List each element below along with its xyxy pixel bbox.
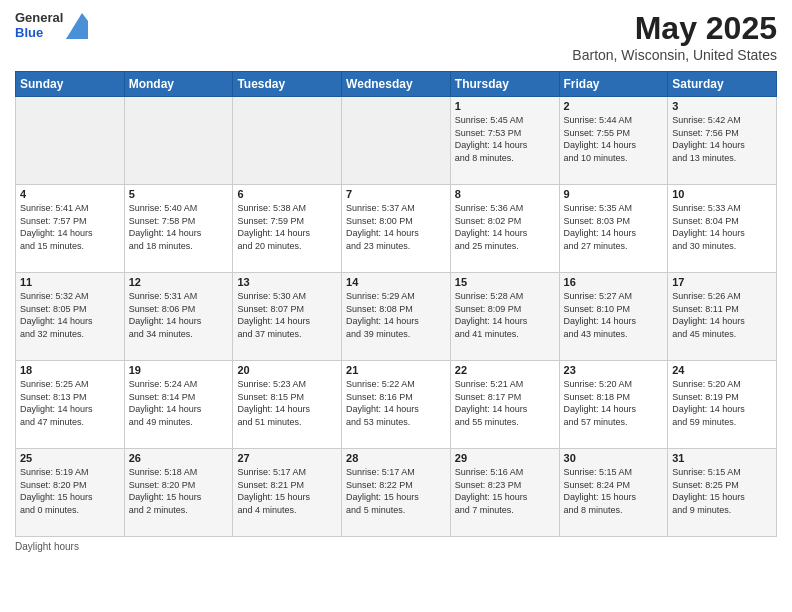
calendar-cell: 24Sunrise: 5:20 AM Sunset: 8:19 PM Dayli…	[668, 361, 777, 449]
day-info: Sunrise: 5:27 AM Sunset: 8:10 PM Dayligh…	[564, 290, 664, 340]
col-header-wednesday: Wednesday	[342, 72, 451, 97]
day-info: Sunrise: 5:41 AM Sunset: 7:57 PM Dayligh…	[20, 202, 120, 252]
calendar-cell	[16, 97, 125, 185]
day-number: 18	[20, 364, 120, 376]
calendar-cell: 5Sunrise: 5:40 AM Sunset: 7:58 PM Daylig…	[124, 185, 233, 273]
calendar-week-5: 25Sunrise: 5:19 AM Sunset: 8:20 PM Dayli…	[16, 449, 777, 537]
day-number: 3	[672, 100, 772, 112]
day-number: 6	[237, 188, 337, 200]
col-header-friday: Friday	[559, 72, 668, 97]
day-number: 12	[129, 276, 229, 288]
calendar-cell: 4Sunrise: 5:41 AM Sunset: 7:57 PM Daylig…	[16, 185, 125, 273]
calendar-week-2: 4Sunrise: 5:41 AM Sunset: 7:57 PM Daylig…	[16, 185, 777, 273]
calendar-cell: 13Sunrise: 5:30 AM Sunset: 8:07 PM Dayli…	[233, 273, 342, 361]
day-info: Sunrise: 5:15 AM Sunset: 8:24 PM Dayligh…	[564, 466, 664, 516]
day-number: 4	[20, 188, 120, 200]
logo-text: General Blue	[15, 10, 63, 40]
day-number: 31	[672, 452, 772, 464]
calendar-cell: 28Sunrise: 5:17 AM Sunset: 8:22 PM Dayli…	[342, 449, 451, 537]
calendar-cell: 26Sunrise: 5:18 AM Sunset: 8:20 PM Dayli…	[124, 449, 233, 537]
calendar-cell	[124, 97, 233, 185]
day-number: 20	[237, 364, 337, 376]
footer: Daylight hours	[15, 541, 777, 552]
calendar-cell: 15Sunrise: 5:28 AM Sunset: 8:09 PM Dayli…	[450, 273, 559, 361]
calendar-cell: 30Sunrise: 5:15 AM Sunset: 8:24 PM Dayli…	[559, 449, 668, 537]
calendar-cell: 22Sunrise: 5:21 AM Sunset: 8:17 PM Dayli…	[450, 361, 559, 449]
svg-marker-1	[66, 13, 88, 39]
page: General Blue May 2025 Barton, Wisconsin,…	[0, 0, 792, 612]
day-number: 8	[455, 188, 555, 200]
logo-general: General	[15, 10, 63, 25]
calendar-cell: 8Sunrise: 5:36 AM Sunset: 8:02 PM Daylig…	[450, 185, 559, 273]
day-info: Sunrise: 5:30 AM Sunset: 8:07 PM Dayligh…	[237, 290, 337, 340]
day-info: Sunrise: 5:22 AM Sunset: 8:16 PM Dayligh…	[346, 378, 446, 428]
day-info: Sunrise: 5:17 AM Sunset: 8:21 PM Dayligh…	[237, 466, 337, 516]
calendar-cell: 16Sunrise: 5:27 AM Sunset: 8:10 PM Dayli…	[559, 273, 668, 361]
location: Barton, Wisconsin, United States	[572, 47, 777, 63]
day-number: 15	[455, 276, 555, 288]
day-info: Sunrise: 5:25 AM Sunset: 8:13 PM Dayligh…	[20, 378, 120, 428]
calendar-cell: 20Sunrise: 5:23 AM Sunset: 8:15 PM Dayli…	[233, 361, 342, 449]
calendar-cell: 21Sunrise: 5:22 AM Sunset: 8:16 PM Dayli…	[342, 361, 451, 449]
calendar-cell: 2Sunrise: 5:44 AM Sunset: 7:55 PM Daylig…	[559, 97, 668, 185]
day-info: Sunrise: 5:38 AM Sunset: 7:59 PM Dayligh…	[237, 202, 337, 252]
calendar-cell	[342, 97, 451, 185]
day-number: 19	[129, 364, 229, 376]
day-number: 1	[455, 100, 555, 112]
calendar-cell: 3Sunrise: 5:42 AM Sunset: 7:56 PM Daylig…	[668, 97, 777, 185]
calendar-cell: 1Sunrise: 5:45 AM Sunset: 7:53 PM Daylig…	[450, 97, 559, 185]
calendar-week-1: 1Sunrise: 5:45 AM Sunset: 7:53 PM Daylig…	[16, 97, 777, 185]
calendar-week-3: 11Sunrise: 5:32 AM Sunset: 8:05 PM Dayli…	[16, 273, 777, 361]
day-info: Sunrise: 5:20 AM Sunset: 8:18 PM Dayligh…	[564, 378, 664, 428]
day-number: 13	[237, 276, 337, 288]
col-header-saturday: Saturday	[668, 72, 777, 97]
calendar-cell: 17Sunrise: 5:26 AM Sunset: 8:11 PM Dayli…	[668, 273, 777, 361]
day-number: 11	[20, 276, 120, 288]
day-number: 14	[346, 276, 446, 288]
calendar-cell: 19Sunrise: 5:24 AM Sunset: 8:14 PM Dayli…	[124, 361, 233, 449]
day-number: 27	[237, 452, 337, 464]
day-number: 21	[346, 364, 446, 376]
calendar-week-4: 18Sunrise: 5:25 AM Sunset: 8:13 PM Dayli…	[16, 361, 777, 449]
day-info: Sunrise: 5:33 AM Sunset: 8:04 PM Dayligh…	[672, 202, 772, 252]
day-number: 17	[672, 276, 772, 288]
calendar-cell: 18Sunrise: 5:25 AM Sunset: 8:13 PM Dayli…	[16, 361, 125, 449]
day-number: 25	[20, 452, 120, 464]
day-info: Sunrise: 5:35 AM Sunset: 8:03 PM Dayligh…	[564, 202, 664, 252]
day-number: 10	[672, 188, 772, 200]
day-info: Sunrise: 5:15 AM Sunset: 8:25 PM Dayligh…	[672, 466, 772, 516]
day-info: Sunrise: 5:44 AM Sunset: 7:55 PM Dayligh…	[564, 114, 664, 164]
day-number: 22	[455, 364, 555, 376]
calendar-cell: 25Sunrise: 5:19 AM Sunset: 8:20 PM Dayli…	[16, 449, 125, 537]
day-info: Sunrise: 5:16 AM Sunset: 8:23 PM Dayligh…	[455, 466, 555, 516]
day-number: 29	[455, 452, 555, 464]
calendar-cell: 27Sunrise: 5:17 AM Sunset: 8:21 PM Dayli…	[233, 449, 342, 537]
calendar-cell: 7Sunrise: 5:37 AM Sunset: 8:00 PM Daylig…	[342, 185, 451, 273]
day-number: 5	[129, 188, 229, 200]
day-info: Sunrise: 5:17 AM Sunset: 8:22 PM Dayligh…	[346, 466, 446, 516]
col-header-tuesday: Tuesday	[233, 72, 342, 97]
day-info: Sunrise: 5:21 AM Sunset: 8:17 PM Dayligh…	[455, 378, 555, 428]
title-block: May 2025 Barton, Wisconsin, United State…	[572, 10, 777, 63]
calendar-cell: 29Sunrise: 5:16 AM Sunset: 8:23 PM Dayli…	[450, 449, 559, 537]
calendar-table: SundayMondayTuesdayWednesdayThursdayFrid…	[15, 71, 777, 537]
day-number: 30	[564, 452, 664, 464]
day-info: Sunrise: 5:40 AM Sunset: 7:58 PM Dayligh…	[129, 202, 229, 252]
day-info: Sunrise: 5:45 AM Sunset: 7:53 PM Dayligh…	[455, 114, 555, 164]
day-info: Sunrise: 5:29 AM Sunset: 8:08 PM Dayligh…	[346, 290, 446, 340]
calendar-cell: 31Sunrise: 5:15 AM Sunset: 8:25 PM Dayli…	[668, 449, 777, 537]
logo-blue: Blue	[15, 25, 63, 40]
logo: General Blue	[15, 10, 86, 40]
day-info: Sunrise: 5:36 AM Sunset: 8:02 PM Dayligh…	[455, 202, 555, 252]
calendar-header-row: SundayMondayTuesdayWednesdayThursdayFrid…	[16, 72, 777, 97]
header: General Blue May 2025 Barton, Wisconsin,…	[15, 10, 777, 63]
calendar-cell	[233, 97, 342, 185]
logo-icon	[66, 13, 86, 37]
day-info: Sunrise: 5:37 AM Sunset: 8:00 PM Dayligh…	[346, 202, 446, 252]
calendar-cell: 9Sunrise: 5:35 AM Sunset: 8:03 PM Daylig…	[559, 185, 668, 273]
day-number: 2	[564, 100, 664, 112]
day-info: Sunrise: 5:20 AM Sunset: 8:19 PM Dayligh…	[672, 378, 772, 428]
calendar-cell: 12Sunrise: 5:31 AM Sunset: 8:06 PM Dayli…	[124, 273, 233, 361]
col-header-thursday: Thursday	[450, 72, 559, 97]
day-info: Sunrise: 5:28 AM Sunset: 8:09 PM Dayligh…	[455, 290, 555, 340]
